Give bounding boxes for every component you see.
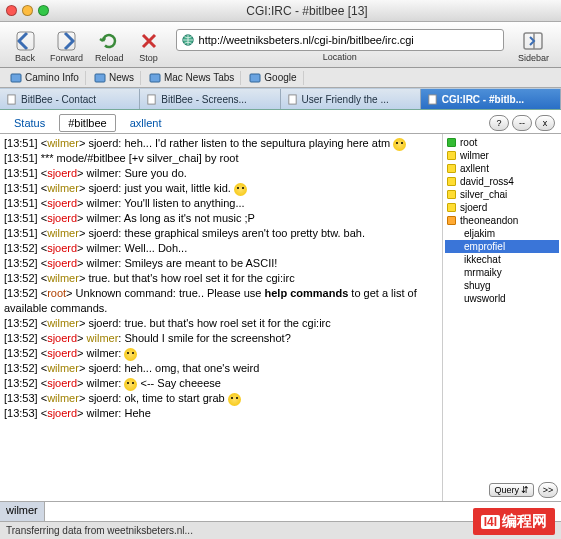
- user-name: sjoerd: [460, 202, 487, 213]
- user-name: uwsworld: [464, 293, 506, 304]
- tab-label: BitlBee - Contact: [21, 94, 96, 105]
- watermark-logo: I4I: [481, 515, 500, 529]
- toolbar-pill-button[interactable]: --: [512, 115, 532, 131]
- tab-label: User Friendly the ...: [302, 94, 389, 105]
- sidebar-label: Sidebar: [518, 53, 549, 63]
- chat-line: [13:51] <sjoerd> wilmer: As long as it's…: [4, 211, 438, 226]
- irc-subtab[interactable]: #bitlbee: [59, 114, 116, 132]
- irc-subtab[interactable]: axllent: [122, 115, 170, 131]
- user-item[interactable]: uwsworld: [445, 292, 559, 305]
- user-name: wilmer: [460, 150, 489, 161]
- user-status-icon: [447, 216, 456, 225]
- chat-log: [13:51] <wilmer> sjoerd: heh... I'd rath…: [0, 134, 443, 501]
- user-status-icon: [447, 138, 456, 147]
- bookmark-icon: [149, 72, 161, 84]
- page-content: Status#bitlbeeaxllent?--x [13:51] <wilme…: [0, 110, 561, 521]
- user-item[interactable]: emprofiel: [445, 240, 559, 253]
- smiley-icon: [124, 348, 137, 361]
- browser-toolbar: Back Forward Reload Stop http://weetniks…: [0, 22, 561, 68]
- user-item[interactable]: shuyg: [445, 279, 559, 292]
- chat-line: [13:52] <wilmer> sjoerd: heh... omg, tha…: [4, 361, 438, 376]
- user-name: emprofiel: [464, 241, 505, 252]
- smiley-icon: [393, 138, 406, 151]
- zoom-icon[interactable]: [38, 5, 49, 16]
- svg-rect-10: [288, 94, 295, 103]
- back-label: Back: [15, 53, 35, 63]
- user-item[interactable]: axllent: [445, 162, 559, 175]
- chat-line: [13:52] <wilmer> true. but that's how ro…: [4, 271, 438, 286]
- close-icon[interactable]: [6, 5, 17, 16]
- svg-rect-7: [250, 74, 260, 82]
- chat-line: [13:51] <sjoerd> wilmer: Sure you do.: [4, 166, 438, 181]
- svg-rect-8: [8, 94, 15, 103]
- stop-button[interactable]: Stop: [132, 29, 166, 63]
- user-status-icon: [447, 190, 456, 199]
- bookmark-label: Google: [264, 72, 296, 83]
- chat-line: [13:53] <wilmer> sjoerd: ok, time to sta…: [4, 391, 438, 406]
- sidebar-button[interactable]: Sidebar: [514, 29, 553, 63]
- browser-tab[interactable]: User Friendly the ...: [281, 89, 421, 109]
- browser-tab[interactable]: CGI:IRC - #bitlb...: [421, 89, 561, 109]
- user-pane: rootwilmeraxllentdavid_ross4silver_chais…: [443, 134, 561, 501]
- traffic-lights: [6, 5, 49, 16]
- user-status-icon: [447, 151, 456, 160]
- user-item[interactable]: theoneandon: [445, 214, 559, 227]
- chat-line: [13:51] <sjoerd> wilmer: You'll listen t…: [4, 196, 438, 211]
- bookmark-label: News: [109, 72, 134, 83]
- chat-line: [13:52] <sjoerd> wilmer: Should I smile …: [4, 331, 438, 346]
- bookmark-icon: [249, 72, 261, 84]
- input-nick: wilmer: [0, 502, 45, 521]
- status-text: Transferring data from weetniksbeters.nl…: [6, 525, 193, 536]
- location-bar: http://weetniksbeters.nl/cgi-bin/bitlbee…: [176, 29, 504, 62]
- irc-subtabs: Status#bitlbeeaxllent?--x: [0, 110, 561, 134]
- back-button[interactable]: Back: [8, 29, 42, 63]
- url-field[interactable]: http://weetniksbeters.nl/cgi-bin/bitlbee…: [176, 29, 504, 51]
- smiley-icon: [234, 183, 247, 196]
- location-label: Location: [323, 52, 357, 62]
- updown-icon: ⇵: [521, 485, 529, 495]
- bookmark-label: Mac News Tabs: [164, 72, 234, 83]
- bookmark-item[interactable]: Mac News Tabs: [143, 71, 241, 85]
- user-action-go[interactable]: >>: [538, 482, 558, 498]
- bookmark-item[interactable]: News: [88, 71, 141, 85]
- user-name: silver_chai: [460, 189, 507, 200]
- user-name: shuyg: [464, 280, 491, 291]
- browser-tab[interactable]: BitlBee - Screens...: [140, 89, 280, 109]
- window-titlebar: CGI:IRC - #bitlbee [13]: [0, 0, 561, 22]
- user-action-select[interactable]: Query ⇵: [489, 483, 534, 497]
- page-icon: [287, 94, 298, 105]
- url-text: http://weetniksbeters.nl/cgi-bin/bitlbee…: [199, 34, 414, 46]
- chat-line: [13:51] <wilmer> sjoerd: heh... I'd rath…: [4, 136, 438, 151]
- page-icon: [427, 94, 438, 105]
- user-item[interactable]: eljakim: [445, 227, 559, 240]
- toolbar-pill-button[interactable]: ?: [489, 115, 509, 131]
- reload-button[interactable]: Reload: [91, 29, 128, 63]
- chat-line: [13:53] <sjoerd> wilmer: Hehe: [4, 406, 438, 421]
- toolbar-pill-button[interactable]: x: [535, 115, 555, 131]
- user-item[interactable]: silver_chai: [445, 188, 559, 201]
- browser-tabs: BitlBee - ContactBitlBee - Screens...Use…: [0, 88, 561, 110]
- chat-line: [13:52] <sjoerd> wilmer: <-- Say cheeese: [4, 376, 438, 391]
- user-item[interactable]: sjoerd: [445, 201, 559, 214]
- user-item[interactable]: mrmaiky: [445, 266, 559, 279]
- window-title: CGI:IRC - #bitlbee [13]: [59, 4, 555, 18]
- user-name: ikkechat: [464, 254, 501, 265]
- user-item[interactable]: wilmer: [445, 149, 559, 162]
- chat-line: [13:51] *** mode/#bitlbee [+v silver_cha…: [4, 151, 438, 166]
- irc-subtab[interactable]: Status: [6, 115, 53, 131]
- user-item[interactable]: david_ross4: [445, 175, 559, 188]
- user-name: david_ross4: [460, 176, 514, 187]
- chat-line: [13:52] <sjoerd> wilmer:: [4, 346, 438, 361]
- chat-line: [13:52] <sjoerd> wilmer: Well... Doh...: [4, 241, 438, 256]
- bookmark-item[interactable]: Camino Info: [4, 71, 86, 85]
- user-item[interactable]: root: [445, 136, 559, 149]
- chat-pane: [13:51] <wilmer> sjoerd: heh... I'd rath…: [0, 134, 561, 501]
- minimize-icon[interactable]: [22, 5, 33, 16]
- bookmark-item[interactable]: Google: [243, 71, 303, 85]
- forward-button[interactable]: Forward: [46, 29, 87, 63]
- forward-label: Forward: [50, 53, 83, 63]
- browser-tab[interactable]: BitlBee - Contact: [0, 89, 140, 109]
- stop-label: Stop: [139, 53, 158, 63]
- globe-icon: [181, 33, 195, 47]
- user-item[interactable]: ikkechat: [445, 253, 559, 266]
